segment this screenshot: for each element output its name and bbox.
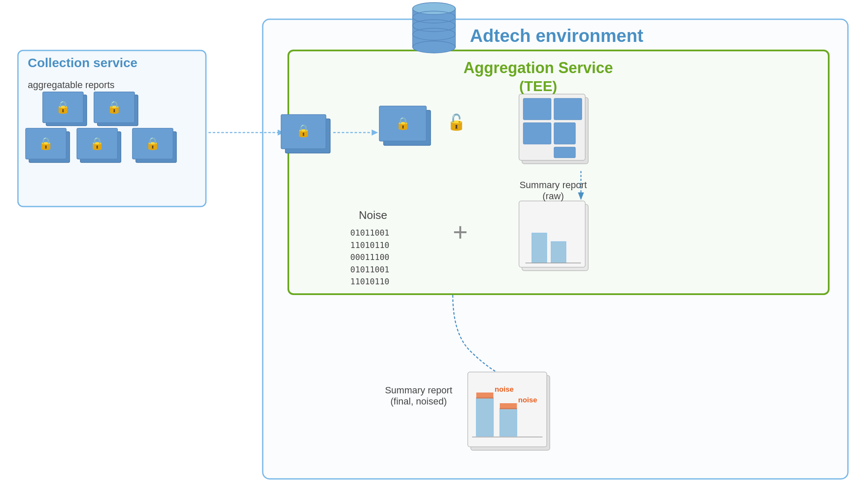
diagram-svg: 🔒 🔒 🔒 🔒 🔒 🔒 🔒 🔓	[0, 0, 868, 496]
aggregation-service-sublabel: (TEE)	[453, 78, 624, 94]
svg-marker-10	[278, 130, 284, 136]
svg-rect-25	[80, 132, 121, 162]
summary-report-raw-label: Summary report (raw)	[517, 180, 589, 202]
svg-rect-43	[554, 123, 575, 144]
svg-text:🔓: 🔓	[447, 113, 466, 131]
noise-binary: 01011001 11010110 00011100 01011001 1101…	[350, 227, 390, 288]
svg-marker-12	[372, 130, 378, 136]
collection-service-title: Collection service	[28, 56, 138, 70]
svg-text:🔒: 🔒	[56, 100, 70, 114]
svg-point-7	[413, 20, 455, 32]
aggregatable-reports-label: aggregatable reports	[28, 80, 114, 91]
svg-rect-46	[519, 201, 585, 267]
svg-rect-50	[471, 375, 550, 450]
svg-point-5	[413, 41, 455, 53]
svg-point-8	[413, 28, 455, 40]
svg-rect-38	[522, 97, 588, 164]
svg-rect-26	[77, 128, 117, 159]
svg-rect-41	[554, 98, 582, 120]
svg-rect-53	[500, 408, 517, 436]
svg-rect-47	[532, 233, 547, 263]
adtech-env-title: Adtech environment	[470, 26, 643, 46]
svg-text:🔒: 🔒	[396, 116, 411, 130]
svg-point-6	[413, 11, 455, 23]
svg-rect-40	[523, 98, 551, 120]
summary-report-final-label: Summary report (final, noised)	[376, 385, 461, 407]
svg-text:🔒: 🔒	[90, 136, 105, 151]
aggregation-service-title: Aggregation Service	[453, 59, 624, 77]
svg-rect-44	[554, 147, 575, 158]
svg-rect-34	[384, 110, 431, 145]
svg-text:🔒: 🔒	[145, 136, 160, 151]
svg-rect-52	[476, 398, 493, 436]
svg-rect-54	[476, 393, 493, 399]
svg-rect-39	[519, 94, 585, 160]
svg-rect-32	[281, 115, 326, 149]
svg-rect-31	[285, 119, 330, 153]
plus-symbol: +	[453, 217, 468, 247]
svg-rect-35	[379, 106, 426, 141]
svg-text:noise: noise	[518, 396, 537, 404]
svg-rect-29	[132, 128, 173, 159]
svg-rect-51	[468, 372, 547, 447]
svg-text:🔒: 🔒	[107, 100, 122, 114]
svg-rect-19	[97, 95, 138, 126]
noise-title: Noise	[359, 209, 387, 222]
svg-rect-42	[523, 123, 551, 144]
svg-rect-16	[46, 95, 87, 126]
svg-text:🔒: 🔒	[38, 136, 53, 151]
svg-text:🔒: 🔒	[296, 124, 311, 138]
svg-marker-15	[501, 373, 506, 380]
svg-text:noise: noise	[495, 385, 513, 393]
svg-rect-17	[43, 92, 83, 123]
svg-rect-20	[94, 92, 135, 123]
svg-rect-28	[136, 132, 176, 162]
svg-rect-1	[18, 50, 206, 207]
svg-rect-55	[500, 403, 517, 409]
svg-point-4	[413, 3, 455, 15]
svg-rect-22	[29, 132, 70, 162]
diagram-container: 🔒 🔒 🔒 🔒 🔒 🔒 🔒 🔓	[0, 0, 868, 496]
svg-rect-48	[551, 242, 566, 263]
svg-rect-23	[26, 128, 66, 159]
svg-rect-3	[413, 9, 455, 47]
svg-rect-45	[522, 204, 588, 271]
